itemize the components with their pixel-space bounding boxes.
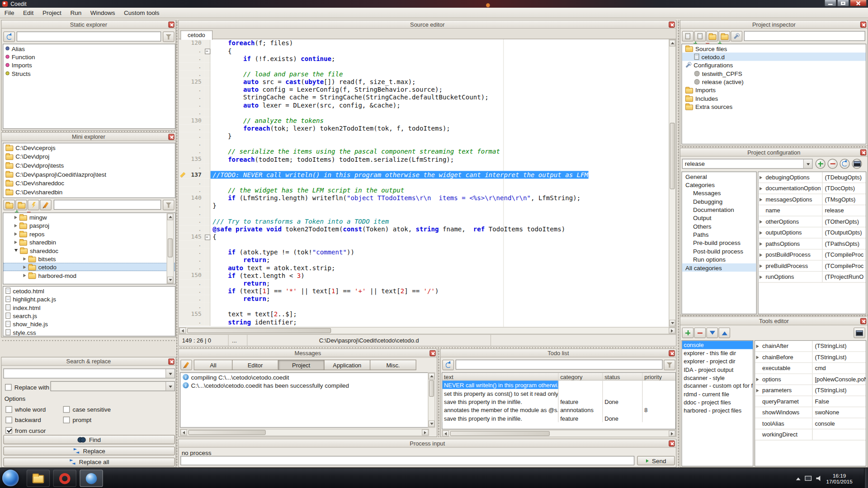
property-value[interactable]: (TOutputOpts) [823,227,866,238]
property-row[interactable]: postBuildProcess(TCompileProc [759,249,866,260]
scroll-left-icon[interactable] [180,429,187,435]
inspector-item[interactable]: release (active) [682,77,866,85]
explorer-tree-item[interactable]: shareddoc [3,246,175,254]
property-row[interactable]: options[poNewConsole,poNew [755,374,866,385]
splitter[interactable] [1,340,176,342]
configuration-combo[interactable]: release [682,159,813,169]
favorite-folder-item[interactable]: C:\Dev\dproj [3,152,175,161]
inspector-item[interactable]: cetodo.d [682,52,866,61]
code-area[interactable]: 120 foreach(f; files). {. if (!f.exists)… [179,39,669,327]
checkbox-prompt[interactable]: prompt [63,414,152,425]
menu-item-custom-tools[interactable]: Custom tools [119,8,164,18]
code-line[interactable]: . return; [179,256,669,264]
favorite-folder-item[interactable]: C:\Dev\ceprojs [3,143,175,152]
expand-icon[interactable] [759,183,765,193]
process-input-field[interactable] [180,456,634,465]
favorite-folder-item[interactable]: C:\Dev\sharedbin [3,188,175,197]
refresh-symbols-button[interactable] [3,32,15,42]
fold-marker[interactable] [204,233,210,241]
favorite-folder-item[interactable]: C:\Dev\shareddoc [3,179,175,188]
code-line[interactable]: . // load and parse the file [179,70,669,78]
scroll-left-icon[interactable] [179,328,186,333]
property-value[interactable]: (TProjectRunO [823,272,866,282]
tool-item[interactable]: IDA - project output [682,366,753,374]
todo-row[interactable]: save this property in the inifile.featur… [442,397,675,405]
property-value[interactable]: (TPathsOpts) [823,239,866,249]
folder-button[interactable] [718,31,730,42]
code-line[interactable]: 155 text = text[2..$]; [179,310,669,318]
configuration-button[interactable] [731,31,742,42]
config-category[interactable]: Categories [682,180,756,188]
property-value[interactable]: cmd [813,363,866,373]
property-row[interactable]: chainAfter(TStringList) [755,341,866,352]
checkbox-box[interactable] [5,416,12,423]
code-line[interactable]: . [179,62,669,70]
sync-config-button[interactable] [852,159,862,169]
expand-icon[interactable] [755,341,762,351]
code-line[interactable]: . foreach(tok; lexer) token2TodoItem(tok… [179,125,669,132]
add-folder-button[interactable] [706,31,718,42]
code-line[interactable]: . [179,140,669,148]
symbol-item[interactable]: Function [3,52,175,61]
close-panel-icon[interactable] [669,350,675,356]
minimize-button[interactable] [824,0,836,7]
taskbar-opera-button[interactable] [53,470,76,487]
property-value[interactable] [813,429,866,440]
vertical-scrollbar[interactable] [669,39,676,327]
replace-term-combo[interactable] [50,381,175,391]
scroll-up-icon[interactable] [669,40,675,47]
explorer-tree-item[interactable]: harbored-mod [3,271,175,279]
explorer-tree-item[interactable]: bitsets [3,254,175,263]
code-line[interactable]: . auto text = atok.text.strip; [179,264,669,272]
code-line[interactable]: . if (text[1] == '*' || text[1] == '+' |… [179,287,669,295]
property-row[interactable]: preBuildProcess(TCompileProc [759,261,866,272]
replace-button[interactable]: Replace [3,446,175,455]
config-category[interactable]: Messages [682,189,756,197]
replace-all-button[interactable]: Replace all [3,458,175,467]
property-row[interactable]: chainBefore(TStringList) [755,352,866,363]
todo-filter-input[interactable] [456,360,663,370]
config-category[interactable]: Post-build process [682,247,756,255]
property-value[interactable]: console [813,418,866,429]
config-category[interactable]: Output [682,214,756,222]
property-row[interactable]: queryParametFalse [755,396,866,407]
messages-filter-project[interactable]: Project [278,360,325,370]
taskbar-active-app-button[interactable] [80,470,103,487]
scroll-up-icon[interactable] [429,373,434,380]
scroll-up-icon[interactable] [167,214,173,221]
property-value[interactable]: (TStringList) [813,352,866,362]
chevron-down-icon[interactable] [14,249,18,252]
property-row[interactable]: parameters(TStringList) [755,385,866,396]
volume-icon[interactable] [816,475,821,481]
explorer-tree-item[interactable]: pasproj [3,221,175,230]
explorer-tree-item[interactable]: sharedbin [3,238,175,246]
code-line[interactable]: . } [179,132,669,140]
property-row[interactable]: toolAliasconsole [755,418,866,429]
code-line[interactable]: . { [179,47,669,55]
filter-button[interactable] [163,32,175,42]
menu-item-file[interactable]: File [0,8,19,18]
code-line[interactable]: . [179,210,669,217]
network-icon[interactable] [805,476,812,481]
tool-item[interactable]: console [682,341,753,349]
menu-item-project[interactable]: Project [38,8,66,18]
menu-item-edit[interactable]: Edit [19,8,38,18]
inspector-item[interactable]: Includes [682,94,866,102]
taskbar-explorer-button[interactable] [27,470,50,487]
property-row[interactable]: otherOptions(TOtherOpts) [759,216,866,227]
scroll-down-icon[interactable] [429,421,434,427]
code-line[interactable]: 135 foreach(todoItem; todoItems) todoIte… [179,155,669,163]
inspector-item[interactable]: testwith_CPFS [682,69,866,77]
tool-item[interactable]: explorer - this file dir [682,349,753,357]
todo-row[interactable]: save this property in the inifile.featur… [442,414,675,422]
code-line[interactable]: . StringCache cache = StringCache(String… [179,94,669,101]
file-item[interactable]: style.css [3,328,175,336]
remove-favorite-button[interactable] [15,200,27,210]
clear-messages-button[interactable] [180,360,192,370]
property-value[interactable]: (TMsgOpts) [823,194,866,205]
checkbox-case-sensitive[interactable]: case sensitive [63,404,152,414]
scrollbar-thumb[interactable] [188,430,265,435]
chevron-right-icon[interactable] [14,216,17,219]
code-line[interactable]: . auto lexer = DLexer(src, config, &cach… [179,101,669,109]
code-line[interactable]: . if (!f.exists) continue; [179,55,669,62]
